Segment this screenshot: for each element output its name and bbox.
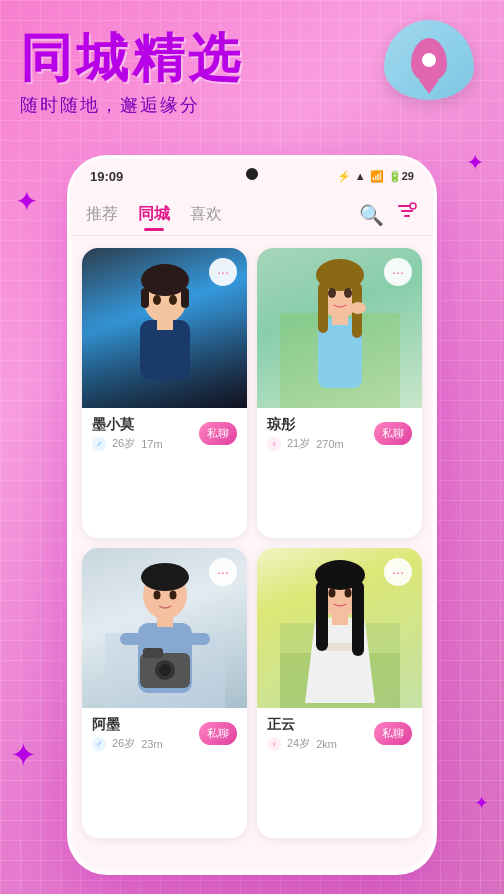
- chat-btn-4[interactable]: 私聊: [374, 722, 412, 745]
- svg-rect-6: [141, 288, 149, 308]
- nav-actions: 🔍: [359, 201, 418, 228]
- sparkle-icon-4: ✦: [474, 792, 489, 814]
- chat-btn-1[interactable]: 私聊: [199, 422, 237, 445]
- user-name-1: 墨小莫: [92, 416, 163, 434]
- gender-icon-2: ♀: [267, 437, 281, 451]
- gender-icon-1: ♂: [92, 437, 106, 451]
- svg-point-32: [141, 563, 189, 591]
- chat-btn-2[interactable]: 私聊: [374, 422, 412, 445]
- user-meta-2: ♀ 21岁 270m: [267, 436, 344, 451]
- user-name-4: 正云: [267, 716, 337, 734]
- svg-point-10: [153, 295, 161, 305]
- chat-btn-3[interactable]: 私聊: [199, 722, 237, 745]
- user-photo-2: ···: [257, 248, 422, 408]
- svg-point-11: [169, 295, 177, 305]
- more-dots-2[interactable]: ···: [384, 258, 412, 286]
- user-name-2: 琼彤: [267, 416, 344, 434]
- svg-point-20: [344, 288, 352, 298]
- nav-tabs: 推荐 同城 喜欢 🔍: [70, 194, 434, 236]
- user-card-info-1: 墨小莫 ♂ 26岁 17m 私聊: [82, 408, 247, 459]
- svg-point-34: [169, 591, 176, 600]
- filter-icon[interactable]: [396, 201, 418, 228]
- gender-icon-3: ♂: [92, 737, 106, 751]
- user-card-info-4: 正云 ♀ 24岁 2km 私聊: [257, 708, 422, 759]
- svg-point-18: [316, 259, 364, 291]
- hero-subtitle: 随时随地，邂逅缘分: [20, 93, 200, 117]
- more-dots-1[interactable]: ···: [209, 258, 237, 286]
- svg-rect-7: [181, 288, 189, 308]
- sparkle-icon-3: ✦: [10, 736, 37, 774]
- user-card-info-3: 阿墨 ♂ 26岁 23m 私聊: [82, 708, 247, 759]
- user-card-4[interactable]: ··· 正云 ♀ 24岁 2km 私聊: [257, 548, 422, 838]
- svg-point-29: [159, 664, 171, 676]
- svg-point-44: [344, 589, 351, 598]
- location-icon: [384, 20, 474, 110]
- status-icons: ⚡ ▲ 📶 🔋29: [337, 170, 414, 183]
- user-meta-4: ♀ 24岁 2km: [267, 736, 337, 751]
- camera-notch: [246, 168, 258, 180]
- tab-recommend[interactable]: 推荐: [86, 200, 118, 229]
- svg-rect-9: [157, 318, 173, 330]
- svg-rect-16: [318, 283, 328, 333]
- svg-point-42: [315, 560, 365, 590]
- svg-point-19: [328, 288, 336, 298]
- svg-point-33: [153, 591, 160, 600]
- location-icon-bg: [384, 20, 474, 100]
- wifi-icon: 📶: [370, 170, 384, 183]
- battery-icon: 🔋29: [388, 170, 414, 183]
- svg-rect-1: [401, 210, 413, 212]
- svg-rect-40: [316, 581, 328, 651]
- user-meta-3: ♂ 26岁 23m: [92, 736, 163, 751]
- sparkle-icon-2: ✦: [466, 150, 484, 176]
- user-card-1[interactable]: ··· 墨小莫 ♂ 26岁 17m 私聊: [82, 248, 247, 538]
- svg-point-43: [328, 589, 335, 598]
- bluetooth-icon: ⚡: [337, 170, 351, 183]
- tab-likes[interactable]: 喜欢: [190, 200, 222, 229]
- location-pin: [411, 38, 447, 82]
- user-photo-1: ···: [82, 248, 247, 408]
- svg-point-21: [350, 302, 366, 314]
- user-card-info-2: 琼彤 ♀ 21岁 270m 私聊: [257, 408, 422, 459]
- signal-icon: ▲: [355, 170, 366, 182]
- more-dots-3[interactable]: ···: [209, 558, 237, 586]
- svg-rect-25: [188, 633, 210, 645]
- sparkle-icon-1: ✦: [15, 185, 38, 218]
- tab-nearby[interactable]: 同城: [138, 200, 170, 229]
- svg-rect-2: [404, 215, 410, 217]
- svg-rect-27: [143, 648, 163, 658]
- user-photo-4: ···: [257, 548, 422, 708]
- svg-rect-24: [120, 633, 142, 645]
- more-dots-4[interactable]: ···: [384, 558, 412, 586]
- user-meta-1: ♂ 26岁 17m: [92, 436, 163, 451]
- user-photo-3: ···: [82, 548, 247, 708]
- svg-rect-41: [352, 581, 364, 656]
- user-card-3[interactable]: ··· 阿墨 ♂ 26岁 23m 私聊: [82, 548, 247, 838]
- hero-title: 同城精选: [20, 30, 244, 87]
- gender-icon-4: ♀: [267, 737, 281, 751]
- svg-point-3: [410, 203, 416, 209]
- status-time: 19:09: [90, 169, 123, 184]
- user-card-2[interactable]: ··· 琼彤 ♀ 21岁 270m 私聊: [257, 248, 422, 538]
- user-grid: ··· 墨小莫 ♂ 26岁 17m 私聊: [70, 236, 434, 850]
- user-name-3: 阿墨: [92, 716, 163, 734]
- hero-section: 同城精选 随时随地，邂逅缘分: [0, 0, 504, 127]
- search-icon[interactable]: 🔍: [359, 203, 384, 227]
- phone-frame: 19:09 ⚡ ▲ 📶 🔋29 推荐 同城 喜欢 🔍: [67, 155, 437, 875]
- location-pin-inner: [422, 53, 436, 67]
